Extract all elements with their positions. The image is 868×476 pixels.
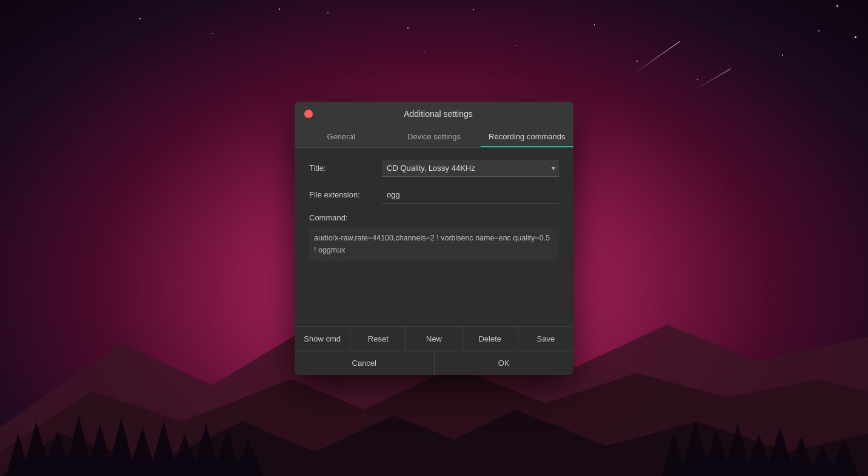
tab-recording-commands[interactable]: Recording commands [481,126,573,147]
content-spacer [309,266,559,314]
delete-button[interactable]: Delete [462,327,518,351]
dialog-footer: Cancel OK [295,351,573,375]
file-extension-label: File extension: [309,190,382,199]
additional-settings-dialog: Additional settings General Device setti… [295,102,573,375]
dialog-header: Additional settings [295,102,573,126]
command-label: Command: [309,213,559,222]
dialog-overlay: Additional settings General Device setti… [0,0,868,476]
cancel-button[interactable]: Cancel [295,351,435,375]
ok-button[interactable]: OK [435,351,574,375]
dialog-content: Title: CD Quality, Lossy 44KHz High Qual… [295,148,573,326]
tab-bar: General Device settings Recording comman… [295,126,573,148]
reset-button[interactable]: Reset [350,327,406,351]
command-text[interactable]: audio/x-raw,rate=44100,channels=2 ! vorb… [309,227,559,261]
file-extension-input[interactable] [382,187,559,203]
tab-device-settings[interactable]: Device settings [387,126,480,147]
title-select-wrap: CD Quality, Lossy 44KHz High Quality Low… [382,160,559,177]
save-button[interactable]: Save [518,327,573,351]
close-button[interactable] [304,110,313,118]
dialog-title: Additional settings [313,109,564,119]
title-field-row: Title: CD Quality, Lossy 44KHz High Qual… [309,160,559,177]
show-cmd-button[interactable]: Show cmd [295,327,350,351]
new-button[interactable]: New [406,327,462,351]
command-section: Command: audio/x-raw,rate=44100,channels… [309,213,559,261]
file-extension-field-row: File extension: [309,187,559,203]
file-extension-input-wrap [382,187,559,203]
title-label: Title: [309,164,382,173]
title-select[interactable]: CD Quality, Lossy 44KHz High Quality Low… [382,160,559,177]
tab-general[interactable]: General [295,126,387,147]
action-bar: Show cmd Reset New Delete Save [295,326,573,351]
